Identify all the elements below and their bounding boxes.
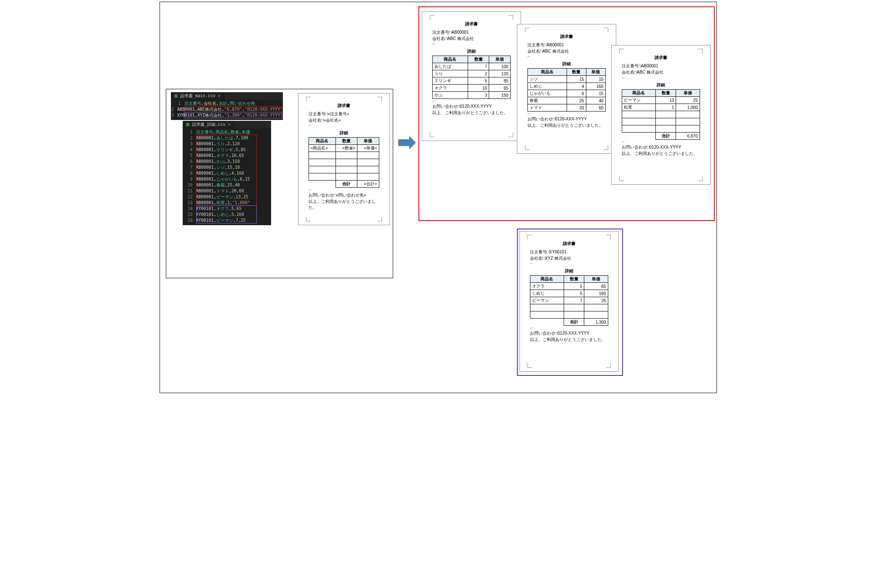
order-line: 注文番号□«注文番号» xyxy=(309,111,379,117)
filename: 請求書_詳細.csv xyxy=(192,122,226,128)
closing-line: 以上、ご利用ありがとうございました。 xyxy=(309,199,379,210)
editor-detail-csv: 請求書_詳細.csv × 1注文番号,商品名,数量,単価2AB00001,あした… xyxy=(183,121,271,225)
contact-line: お問い合わせ□«問い合わせ先» xyxy=(309,192,379,198)
file-type-icon xyxy=(186,123,189,126)
detail-table: 商品名数量単価オクラ565しめじ5160ピーマン725合計1,300 xyxy=(530,275,608,326)
diagram-canvas: 請求書_main.csv × 1注文番号,会社名,合計,問い合わせ先2AB000… xyxy=(160,2,717,393)
company-line: 会社名□«会社名» xyxy=(309,117,379,123)
detail-table: 商品名数量単価シソ1510しめじ4160じゃがいも615春菊2540トマト206… xyxy=(527,68,606,112)
output-page-a1: 請求書 注文番号□AB00001 会社名□ABC 株式会社 ↩ 詳細 商品名数量… xyxy=(422,11,521,141)
editor-tab[interactable]: 請求書_main.csv × xyxy=(171,92,224,100)
detail-table: 商品名数量単価ピーマン1325松茸11,000合計6,870 xyxy=(622,89,700,140)
section-title: 詳細 xyxy=(309,130,379,136)
close-icon[interactable]: × xyxy=(218,93,221,99)
output-page-a3: 請求書 注文番号□AB00001 会社名□ABC 株式会社 ↩ 詳細 商品名数量… xyxy=(611,45,711,185)
editor-tab[interactable]: 請求書_詳細.csv × xyxy=(183,121,234,128)
output-page-a2: 請求書 注文番号□AB00001 会社名□ABC 株式会社 ↩ 詳細 商品名数量… xyxy=(517,24,616,154)
close-icon[interactable]: × xyxy=(228,122,231,128)
output-page-b: 請求書 注文番号□XY00101 会社名□XYZ 株式会社 ↩ 詳細 商品名数量… xyxy=(519,231,619,372)
filename: 請求書_main.csv xyxy=(180,93,216,99)
arrow-icon xyxy=(398,136,416,149)
doc-title: 請求書 xyxy=(309,103,379,109)
detail-table: 商品名数量単価あしたば7100うり2120エリンギ585オクラ1065かぶ315… xyxy=(432,56,511,99)
file-type-icon xyxy=(174,94,178,98)
template-page: 請求書 注文番号□«注文番号» 会社名□«会社名» ↩ 詳細 商品名数量単価 «… xyxy=(298,93,390,225)
detail-table: 商品名数量単価 «商品名»«数量»«単価» 合計«合計» xyxy=(309,137,379,188)
editor-main-csv: 請求書_main.csv × 1注文番号,会社名,合計,問い合わせ先2AB000… xyxy=(171,92,283,120)
